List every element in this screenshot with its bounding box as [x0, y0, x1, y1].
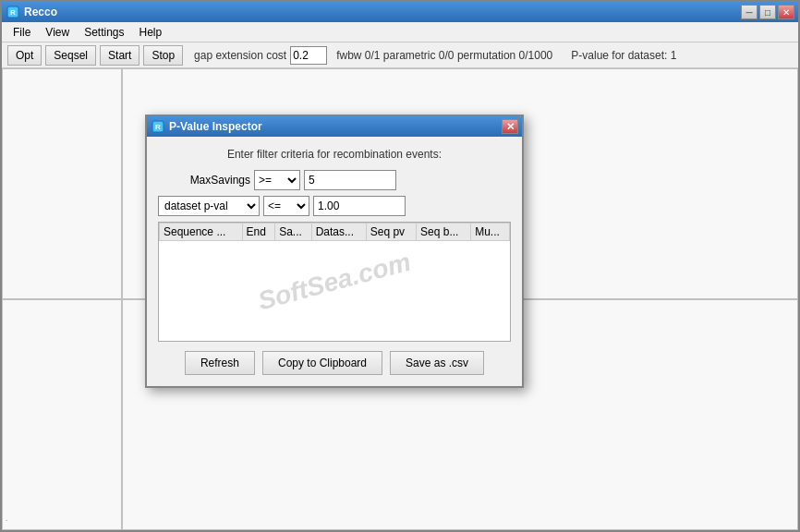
data-table: Sequence ... End Sa... Datas... Seq pv S…: [159, 223, 510, 241]
pvalue-info: P-value for dataset: 1: [571, 49, 676, 62]
filter1-operator[interactable]: >= <= = > <: [254, 170, 300, 190]
filter1-value[interactable]: [304, 170, 396, 190]
pvalue-inspector-dialog: R P-Value Inspector ✕ Enter filter crite…: [145, 115, 524, 388]
col-sequence: Sequence ...: [160, 224, 243, 241]
filter-row-2: dataset p-val seq p-val MaxSavings <= >=…: [158, 196, 511, 216]
filter2-operator[interactable]: <= >= = > <: [263, 196, 309, 216]
dialog-instruction: Enter filter criteria for recombination …: [158, 148, 511, 161]
start-button[interactable]: Start: [100, 45, 139, 66]
gap-input[interactable]: [290, 46, 327, 65]
menu-view[interactable]: View: [38, 24, 77, 41]
data-table-container[interactable]: Sequence ... End Sa... Datas... Seq pv S…: [158, 222, 511, 342]
menu-help[interactable]: Help: [132, 24, 170, 41]
button-row: Refresh Copy to Clipboard Save as .csv: [158, 351, 511, 375]
menu-file[interactable]: File: [6, 24, 38, 41]
window-title: Recco: [24, 6, 741, 18]
col-datas: Datas...: [311, 224, 366, 241]
app-icon: R: [6, 5, 20, 19]
col-mu: Mu...: [471, 224, 510, 241]
minimize-button[interactable]: ─: [741, 5, 758, 19]
panel-bottom-left: [2, 299, 122, 530]
stop-button[interactable]: Stop: [143, 45, 183, 66]
col-sa: Sa...: [275, 224, 312, 241]
main-window: R Recco ─ □ ✕ File View Settings Help Op…: [0, 0, 800, 532]
maximize-button[interactable]: □: [759, 5, 776, 19]
menu-settings[interactable]: Settings: [77, 24, 131, 41]
dialog-icon: R: [151, 119, 165, 134]
menu-bar: File View Settings Help: [2, 22, 798, 42]
seqsel-button[interactable]: Seqsel: [45, 45, 96, 66]
svg-text:R: R: [155, 123, 161, 131]
main-content: . R P-Value Inspector ✕ Enter filter cri…: [2, 68, 798, 530]
filter-row-1: MaxSavings >= <= = > <: [158, 170, 511, 190]
refresh-button[interactable]: Refresh: [185, 351, 255, 375]
opt-button[interactable]: Opt: [7, 45, 42, 66]
filter2-value[interactable]: [313, 196, 406, 216]
col-seqb: Seq b...: [417, 224, 471, 241]
filter1-label: MaxSavings: [158, 174, 250, 187]
svg-text:R: R: [10, 8, 16, 17]
filter2-label-select[interactable]: dataset p-val seq p-val MaxSavings: [158, 196, 260, 216]
title-bar: R Recco ─ □ ✕: [2, 2, 798, 22]
dialog-title-bar: R P-Value Inspector ✕: [147, 116, 522, 137]
col-end: End: [242, 224, 275, 241]
panel-top-left: [2, 68, 122, 299]
corner-dot: .: [6, 514, 7, 523]
col-seqpv: Seq pv: [366, 224, 416, 241]
dialog-title: P-Value Inspector: [169, 120, 502, 133]
title-bar-buttons: ─ □ ✕: [741, 5, 794, 19]
copy-clipboard-button[interactable]: Copy to Clipboard: [262, 351, 382, 375]
dialog-body: Enter filter criteria for recombination …: [147, 137, 522, 386]
toolbar: Opt Seqsel Start Stop gap extension cost…: [2, 42, 798, 68]
toolbar-info: fwbw 0/1 parametric 0/0 permutation 0/10…: [336, 49, 552, 62]
gap-label: gap extension cost: [194, 49, 286, 62]
close-window-button[interactable]: ✕: [778, 5, 794, 19]
save-csv-button[interactable]: Save as .csv: [390, 351, 484, 375]
dialog-close-button[interactable]: ✕: [502, 119, 518, 134]
watermark: SoftSea.com: [255, 248, 414, 317]
